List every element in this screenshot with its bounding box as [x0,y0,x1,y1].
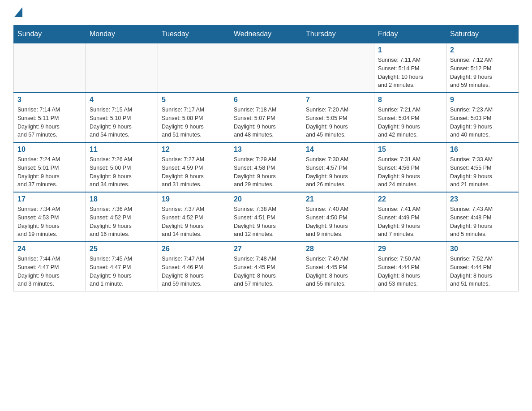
day-info: Sunrise: 7:15 AM Sunset: 5:10 PM Dayligh… [90,106,154,139]
day-info: Sunrise: 7:23 AM Sunset: 5:03 PM Dayligh… [450,106,515,139]
calendar-cell: 25Sunrise: 7:45 AM Sunset: 4:47 PM Dayli… [86,242,158,291]
day-info: Sunrise: 7:18 AM Sunset: 5:07 PM Dayligh… [234,106,298,139]
calendar-table: SundayMondayTuesdayWednesdayThursdayFrid… [13,25,519,291]
calendar-cell: 28Sunrise: 7:49 AM Sunset: 4:45 PM Dayli… [302,242,374,291]
day-number: 17 [17,195,82,203]
day-info: Sunrise: 7:38 AM Sunset: 4:51 PM Dayligh… [234,205,298,239]
day-info: Sunrise: 7:48 AM Sunset: 4:45 PM Dayligh… [234,255,298,288]
day-info: Sunrise: 7:31 AM Sunset: 4:56 PM Dayligh… [378,155,442,189]
week-row-4: 17Sunrise: 7:34 AM Sunset: 4:53 PM Dayli… [14,192,519,242]
calendar-cell: 3Sunrise: 7:14 AM Sunset: 5:11 PM Daylig… [14,93,86,142]
calendar-cell: 1Sunrise: 7:11 AM Sunset: 5:14 PM Daylig… [374,43,446,93]
calendar-cell: 20Sunrise: 7:38 AM Sunset: 4:51 PM Dayli… [230,192,302,242]
day-info: Sunrise: 7:41 AM Sunset: 4:49 PM Dayligh… [378,205,442,239]
day-info: Sunrise: 7:29 AM Sunset: 4:58 PM Dayligh… [234,155,298,189]
day-number: 6 [234,96,298,104]
day-number: 18 [90,195,154,203]
day-info: Sunrise: 7:17 AM Sunset: 5:08 PM Dayligh… [162,106,226,139]
calendar-cell: 2Sunrise: 7:12 AM Sunset: 5:12 PM Daylig… [446,43,519,93]
day-info: Sunrise: 7:33 AM Sunset: 4:55 PM Dayligh… [450,155,515,189]
calendar-cell [230,43,302,93]
calendar-cell: 4Sunrise: 7:15 AM Sunset: 5:10 PM Daylig… [86,93,158,142]
day-number: 14 [306,146,370,154]
calendar-cell [302,43,374,93]
day-number: 28 [306,245,370,253]
day-number: 24 [17,245,82,253]
calendar-cell: 23Sunrise: 7:43 AM Sunset: 4:48 PM Dayli… [446,192,519,242]
calendar-cell: 27Sunrise: 7:48 AM Sunset: 4:45 PM Dayli… [230,242,302,291]
weekday-header-tuesday: Tuesday [158,26,230,43]
day-info: Sunrise: 7:52 AM Sunset: 4:44 PM Dayligh… [450,255,515,288]
day-info: Sunrise: 7:47 AM Sunset: 4:46 PM Dayligh… [162,255,226,288]
calendar-cell: 16Sunrise: 7:33 AM Sunset: 4:55 PM Dayli… [446,142,519,192]
calendar-cell: 22Sunrise: 7:41 AM Sunset: 4:49 PM Dayli… [374,192,446,242]
calendar-cell: 24Sunrise: 7:44 AM Sunset: 4:47 PM Dayli… [14,242,86,291]
day-number: 15 [378,146,442,154]
day-number: 5 [162,96,226,104]
calendar-cell: 9Sunrise: 7:23 AM Sunset: 5:03 PM Daylig… [446,93,519,142]
calendar-cell [158,43,230,93]
day-number: 22 [378,195,442,203]
day-info: Sunrise: 7:50 AM Sunset: 4:44 PM Dayligh… [378,255,442,288]
day-number: 27 [234,245,298,253]
calendar-cell: 13Sunrise: 7:29 AM Sunset: 4:58 PM Dayli… [230,142,302,192]
day-info: Sunrise: 7:36 AM Sunset: 4:52 PM Dayligh… [90,205,154,239]
day-number: 3 [17,96,82,104]
weekday-header-row: SundayMondayTuesdayWednesdayThursdayFrid… [14,26,519,43]
week-row-3: 10Sunrise: 7:24 AM Sunset: 5:01 PM Dayli… [14,142,519,192]
calendar-cell: 30Sunrise: 7:52 AM Sunset: 4:44 PM Dayli… [446,242,519,291]
calendar-cell [14,43,86,93]
logo-triangle-icon [14,7,22,17]
day-number: 21 [306,195,370,203]
day-info: Sunrise: 7:37 AM Sunset: 4:52 PM Dayligh… [162,205,226,239]
calendar-cell: 21Sunrise: 7:40 AM Sunset: 4:50 PM Dayli… [302,192,374,242]
weekday-header-saturday: Saturday [446,26,519,43]
calendar-cell: 14Sunrise: 7:30 AM Sunset: 4:57 PM Dayli… [302,142,374,192]
calendar-cell: 19Sunrise: 7:37 AM Sunset: 4:52 PM Dayli… [158,192,230,242]
day-number: 13 [234,146,298,154]
day-info: Sunrise: 7:20 AM Sunset: 5:05 PM Dayligh… [306,106,370,139]
day-info: Sunrise: 7:21 AM Sunset: 5:04 PM Dayligh… [378,106,442,139]
day-number: 9 [450,96,515,104]
logo [13,9,22,16]
day-info: Sunrise: 7:30 AM Sunset: 4:57 PM Dayligh… [306,155,370,189]
day-number: 7 [306,96,370,104]
day-number: 2 [450,46,515,54]
day-info: Sunrise: 7:26 AM Sunset: 5:00 PM Dayligh… [90,155,154,189]
weekday-header-thursday: Thursday [302,26,374,43]
calendar-cell [86,43,158,93]
day-info: Sunrise: 7:27 AM Sunset: 4:59 PM Dayligh… [162,155,226,189]
calendar-cell: 29Sunrise: 7:50 AM Sunset: 4:44 PM Dayli… [374,242,446,291]
week-row-5: 24Sunrise: 7:44 AM Sunset: 4:47 PM Dayli… [14,242,519,291]
weekday-header-friday: Friday [374,26,446,43]
day-number: 12 [162,146,226,154]
weekday-header-monday: Monday [86,26,158,43]
header [13,9,519,16]
calendar-cell: 18Sunrise: 7:36 AM Sunset: 4:52 PM Dayli… [86,192,158,242]
calendar-cell: 5Sunrise: 7:17 AM Sunset: 5:08 PM Daylig… [158,93,230,142]
calendar-cell: 7Sunrise: 7:20 AM Sunset: 5:05 PM Daylig… [302,93,374,142]
day-number: 1 [378,46,442,54]
day-number: 26 [162,245,226,253]
day-number: 11 [90,146,154,154]
day-info: Sunrise: 7:11 AM Sunset: 5:14 PM Dayligh… [378,56,442,90]
weekday-header-sunday: Sunday [14,26,86,43]
calendar-cell: 12Sunrise: 7:27 AM Sunset: 4:59 PM Dayli… [158,142,230,192]
day-number: 20 [234,195,298,203]
day-number: 25 [90,245,154,253]
day-info: Sunrise: 7:40 AM Sunset: 4:50 PM Dayligh… [306,205,370,239]
weekday-header-wednesday: Wednesday [230,26,302,43]
calendar-cell: 11Sunrise: 7:26 AM Sunset: 5:00 PM Dayli… [86,142,158,192]
day-number: 19 [162,195,226,203]
day-info: Sunrise: 7:43 AM Sunset: 4:48 PM Dayligh… [450,205,515,239]
calendar-cell: 17Sunrise: 7:34 AM Sunset: 4:53 PM Dayli… [14,192,86,242]
calendar-cell: 6Sunrise: 7:18 AM Sunset: 5:07 PM Daylig… [230,93,302,142]
calendar-cell: 15Sunrise: 7:31 AM Sunset: 4:56 PM Dayli… [374,142,446,192]
week-row-2: 3Sunrise: 7:14 AM Sunset: 5:11 PM Daylig… [14,93,519,142]
day-info: Sunrise: 7:14 AM Sunset: 5:11 PM Dayligh… [17,106,82,139]
day-number: 10 [17,146,82,154]
week-row-1: 1Sunrise: 7:11 AM Sunset: 5:14 PM Daylig… [14,43,519,93]
day-info: Sunrise: 7:34 AM Sunset: 4:53 PM Dayligh… [17,205,82,239]
day-number: 29 [378,245,442,253]
day-number: 4 [90,96,154,104]
